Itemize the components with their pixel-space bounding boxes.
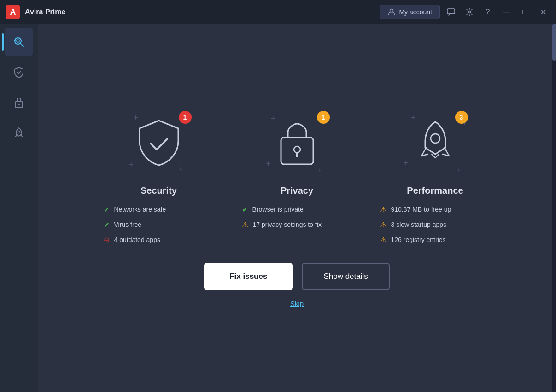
- svg-point-13: [431, 134, 440, 143]
- svg-point-9: [18, 131, 20, 133]
- minus-circle-icon: ⊖: [104, 236, 110, 244]
- sidebar-item-security[interactable]: [5, 58, 33, 86]
- rocket-icon: [13, 127, 24, 139]
- status-text: 4 outdated apps: [114, 236, 160, 243]
- scrollbar[interactable]: [552, 24, 556, 392]
- security-shield-svg: [136, 118, 182, 169]
- privacy-card-title: Privacy: [281, 185, 313, 196]
- status-text: 3 slow startup apps: [391, 221, 447, 228]
- plus-deco: +: [404, 159, 409, 167]
- plus-deco: +: [457, 166, 462, 174]
- security-badge: 1: [179, 111, 192, 124]
- buttons-row: Fix issues Show details: [204, 263, 390, 290]
- security-card: + + + + 1 Security ✔ Networks are safe ✔: [104, 109, 214, 244]
- my-account-label: My account: [399, 8, 432, 16]
- help-icon: ?: [486, 8, 490, 16]
- maximize-icon: □: [522, 8, 527, 16]
- plus-deco: +: [134, 114, 139, 122]
- warning-icon: ⚠: [380, 205, 386, 214]
- status-text: 126 registry entries: [391, 236, 446, 243]
- sidebar: [0, 24, 38, 392]
- plus-deco: +: [411, 114, 416, 122]
- svg-point-8: [18, 104, 20, 105]
- privacy-lock-svg: [276, 118, 318, 169]
- status-item: ✔ Virus free: [104, 220, 214, 229]
- svg-line-4: [21, 44, 24, 47]
- avira-logo: A: [6, 5, 20, 19]
- status-text: Virus free: [114, 221, 142, 228]
- check-icon: ✔: [104, 205, 110, 214]
- performance-icon-area: + + + + 3: [401, 109, 470, 178]
- performance-status-list: ⚠ 910.37 MB to free up ⚠ 3 slow startup …: [380, 205, 491, 244]
- svg-rect-12: [296, 152, 298, 157]
- check-icon: ✔: [104, 220, 110, 229]
- svg-point-11: [294, 146, 300, 153]
- svg-point-5: [17, 40, 19, 42]
- svg-point-2: [468, 11, 471, 13]
- warning-icon: ⚠: [380, 220, 386, 229]
- status-item: ⚠ 126 registry entries: [380, 236, 491, 244]
- status-item: ⚠ 910.37 MB to free up: [380, 205, 491, 214]
- gear-icon: [465, 8, 474, 16]
- shield-icon: [13, 66, 24, 78]
- warning-icon: ⚠: [380, 236, 386, 244]
- skip-link[interactable]: Skip: [290, 300, 304, 307]
- security-status-list: ✔ Networks are safe ✔ Virus free ⊖ 4 out…: [104, 205, 214, 244]
- svg-rect-10: [281, 138, 313, 164]
- message-button[interactable]: [444, 5, 458, 19]
- sidebar-item-performance[interactable]: [5, 119, 33, 147]
- performance-badge: 3: [455, 111, 468, 124]
- status-text: 17 privacy settings to fix: [253, 221, 322, 228]
- privacy-card: + + + + 1 Privacy ✔ Browser is private: [242, 109, 352, 229]
- privacy-status-list: ✔ Browser is private ⚠ 17 privacy settin…: [242, 205, 352, 229]
- my-account-button[interactable]: My account: [380, 5, 440, 19]
- performance-card-title: Performance: [407, 185, 463, 196]
- lock-icon: [14, 97, 24, 109]
- help-button[interactable]: ?: [480, 5, 495, 19]
- performance-rocket-svg: [412, 118, 458, 169]
- privacy-icon-area: + + + + 1: [263, 109, 332, 178]
- svg-rect-1: [447, 9, 455, 14]
- title-bar: A Avira Prime My account ? —: [0, 0, 556, 24]
- status-text: Browser is private: [252, 206, 304, 213]
- title-left: A Avira Prime: [6, 5, 65, 19]
- status-text: Networks are safe: [114, 206, 166, 213]
- check-icon: ✔: [242, 205, 248, 214]
- minimize-icon: —: [503, 8, 510, 16]
- maximize-button[interactable]: □: [517, 5, 532, 19]
- cards-row: + + + + 1 Security ✔ Networks are safe ✔: [104, 109, 491, 244]
- show-details-button[interactable]: Show details: [302, 263, 389, 290]
- security-icon-area: + + + + 1: [124, 109, 193, 178]
- plus-deco: +: [317, 166, 322, 174]
- title-right: My account ? — □ ✕: [380, 5, 550, 19]
- main-content: + + + + 1 Security ✔ Networks are safe ✔: [38, 24, 556, 392]
- status-text: 910.37 MB to free up: [391, 206, 451, 213]
- sidebar-item-scan[interactable]: [5, 28, 33, 56]
- close-button[interactable]: ✕: [536, 5, 550, 19]
- plus-deco: +: [266, 160, 271, 168]
- status-item: ✔ Networks are safe: [104, 205, 214, 214]
- sidebar-item-privacy[interactable]: [5, 88, 33, 117]
- status-item: ⚠ 3 slow startup apps: [380, 220, 491, 229]
- close-icon: ✕: [540, 8, 546, 17]
- scan-icon: [13, 36, 25, 48]
- warning-icon: ⚠: [242, 220, 248, 229]
- fix-issues-button[interactable]: Fix issues: [204, 263, 293, 290]
- security-card-title: Security: [140, 185, 177, 196]
- app-title: Avira Prime: [25, 8, 65, 16]
- performance-card: + + + + 3 Performance ⚠ 910.37 MB to fre…: [380, 109, 491, 244]
- status-item: ✔ Browser is private: [242, 205, 352, 214]
- minimize-button[interactable]: —: [499, 5, 514, 19]
- status-item: ⊖ 4 outdated apps: [104, 236, 214, 244]
- message-icon: [447, 8, 455, 16]
- privacy-badge: 1: [317, 111, 330, 124]
- user-icon: [388, 8, 395, 16]
- plus-deco: +: [129, 161, 134, 169]
- status-item: ⚠ 17 privacy settings to fix: [242, 220, 352, 229]
- settings-button[interactable]: [462, 5, 477, 19]
- svg-point-0: [390, 9, 393, 12]
- plus-deco: +: [271, 115, 276, 123]
- scroll-thumb[interactable]: [552, 24, 556, 61]
- plus-deco: +: [178, 165, 183, 173]
